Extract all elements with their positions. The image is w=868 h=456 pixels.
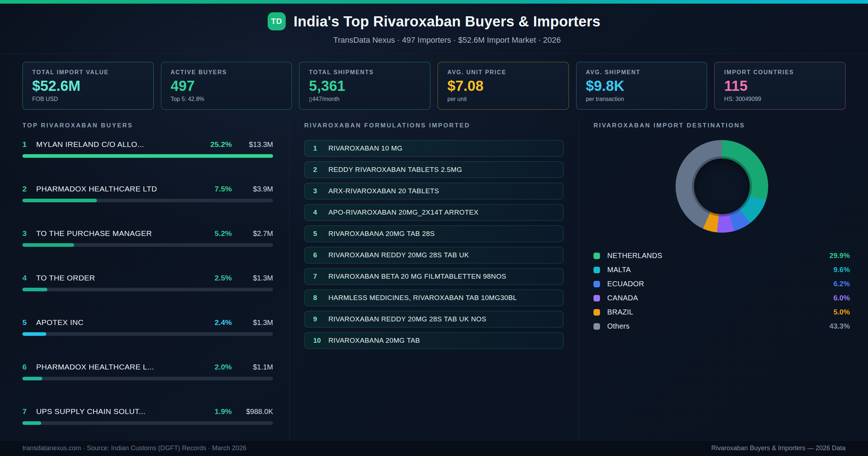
- legend-country-label: NETHERLANDS: [607, 252, 829, 260]
- buyer-name: UPS SUPPLY CHAIN SOLUT...: [36, 407, 209, 416]
- buyer-bar-track: [22, 154, 273, 158]
- buyer-name: PHARMADOX HEALTHCARE LTD: [36, 185, 209, 193]
- legend-country-label: ECUADOR: [607, 280, 833, 288]
- formulation-item[interactable]: 9 RIVAROXABAN REDDY 20MG 28S TAB UK NOS: [304, 311, 563, 328]
- legend-color-swatch: [593, 267, 600, 273]
- stat-sub: FOB USD: [32, 96, 144, 102]
- buyer-bar-track: [22, 421, 273, 425]
- buyer-row: 5 APOTEX INC 2.4% $1.3M: [22, 318, 273, 336]
- legend-color-swatch: [593, 281, 600, 287]
- formulation-item[interactable]: 1 RIVAROXABAN 10 MG: [304, 140, 563, 157]
- formulation-rank: 2: [313, 166, 328, 174]
- formulation-item[interactable]: 4 APO-RIVAROXABAN 20MG_2X14T ARROTEX: [304, 204, 563, 221]
- donut-chart-wrap: [593, 140, 850, 233]
- formulations-panel-title: RIVAROXABAN FORMULATIONS IMPORTED: [304, 122, 563, 129]
- top-accent-bar: [0, 0, 868, 4]
- buyer-rank: 2: [22, 185, 36, 193]
- legend-share-pct: 9.6%: [833, 266, 850, 274]
- stat-value: $52.6M: [32, 79, 144, 93]
- formulations-panel: RIVAROXABAN FORMULATIONS IMPORTED 1 RIVA…: [289, 122, 579, 452]
- legend-color-swatch: [593, 309, 600, 316]
- buyer-bar-fill: [22, 154, 273, 158]
- buyer-row-head: 2 PHARMADOX HEALTHCARE LTD 7.5% $3.9M: [22, 185, 273, 193]
- formulation-item[interactable]: 2 REDDY RIVAROXABAN TABLETS 2.5MG: [304, 161, 563, 178]
- formulation-rank: 5: [313, 230, 328, 238]
- legend-color-swatch: [593, 295, 600, 301]
- stat-card: TOTAL SHIPMENTS 5,361 ▯447/month: [299, 62, 430, 110]
- buyer-row: 6 PHARMADOX HEALTHCARE L... 2.0% $1.1M: [22, 363, 273, 380]
- stat-value: 5,361: [309, 79, 421, 93]
- buyer-bar-fill: [22, 199, 97, 202]
- stat-sub: Top 5: 42.8%: [171, 96, 282, 102]
- destinations-legend: NETHERLANDS 29.9% MALTA 9.6% ECUADOR 6.2…: [593, 249, 850, 333]
- footer-source-text: transdatanexus.com · Source: Indian Cust…: [22, 444, 246, 452]
- footer-report-label: Rivaroxaban Buyers & Importers — 2026 Da…: [711, 444, 846, 452]
- legend-row: ECUADOR 6.2%: [593, 277, 850, 291]
- buyer-bar-track: [22, 243, 273, 247]
- buyer-row-head: 5 APOTEX INC 2.4% $1.3M: [22, 318, 273, 327]
- formulation-name: RIVAROXABAN BETA 20 MG FILMTABLETTEN 98N…: [328, 273, 506, 280]
- legend-share-pct: 29.9%: [829, 252, 850, 260]
- stat-label: IMPORT COUNTRIES: [724, 69, 836, 76]
- formulation-name: HARMLESS MEDICINES, RIVAROXABAN TAB 10MG…: [328, 294, 517, 302]
- stat-sub: ▯447/month: [309, 96, 421, 102]
- stat-sub: HS: 30049099: [724, 96, 836, 102]
- buyer-bar-fill: [22, 332, 46, 336]
- dashboard-page: TD India's Top Rivaroxaban Buyers & Impo…: [0, 0, 868, 456]
- formulation-rank: 9: [313, 315, 328, 323]
- legend-row: Others 43.3%: [593, 319, 850, 333]
- buyer-name: MYLAN IRELAND C/O ALLO...: [36, 140, 205, 149]
- legend-color-swatch: [593, 253, 600, 259]
- formulation-item[interactable]: 5 RIVAROXABANA 20MG TAB 28S: [304, 225, 563, 242]
- buyer-row: 1 MYLAN IRELAND C/O ALLO... 25.2% $13.3M: [22, 140, 273, 158]
- buyer-bar-track: [22, 288, 273, 291]
- buyer-row-head: 1 MYLAN IRELAND C/O ALLO... 25.2% $13.3M: [22, 140, 273, 149]
- buyer-bar-track: [22, 377, 273, 380]
- formulation-rank: 4: [313, 208, 328, 216]
- buyer-name: APOTEX INC: [36, 318, 209, 327]
- buyer-share-pct: 5.2%: [214, 229, 232, 238]
- buyer-row-head: 3 TO THE PURCHASE MANAGER 5.2% $2.7M: [22, 229, 273, 238]
- buyers-panel: TOP RIVAROXABAN BUYERS 1 MYLAN IRELAND C…: [0, 122, 289, 452]
- buyer-bar-fill: [22, 288, 47, 291]
- formulation-item[interactable]: 10 RIVAROXABANA 20MG TAB: [304, 332, 563, 349]
- buyers-list: 1 MYLAN IRELAND C/O ALLO... 25.2% $13.3M…: [22, 140, 273, 425]
- buyer-rank: 5: [22, 318, 36, 327]
- formulation-name: REDDY RIVAROXABAN TABLETS 2.5MG: [328, 166, 462, 174]
- buyer-share-pct: 25.2%: [210, 140, 232, 149]
- formulation-item[interactable]: 6 RIVAROXABAN REDDY 20MG 28S TAB UK: [304, 247, 563, 263]
- content: TOP RIVAROXABAN BUYERS 1 MYLAN IRELAND C…: [0, 110, 868, 440]
- formulation-rank: 1: [313, 144, 328, 152]
- formulation-rank: 6: [313, 251, 328, 259]
- formulation-item[interactable]: 7 RIVAROXABAN BETA 20 MG FILMTABLETTEN 9…: [304, 268, 563, 285]
- stat-label: TOTAL IMPORT VALUE: [32, 69, 144, 76]
- page-subtitle: TransData Nexus · 497 Importers · $52.6M…: [307, 35, 561, 45]
- buyer-share-pct: 2.4%: [214, 318, 232, 327]
- formulations-list: 1 RIVAROXABAN 10 MG 2 REDDY RIVAROXABAN …: [304, 140, 563, 349]
- brand-row: TD India's Top Rivaroxaban Buyers & Impo…: [268, 12, 601, 30]
- formulation-item[interactable]: 3 ARX-RIVAROXABAN 20 TABLETS: [304, 183, 563, 199]
- legend-country-label: MALTA: [607, 266, 833, 274]
- stat-label: ACTIVE BUYERS: [171, 69, 282, 76]
- formulation-name: APO-RIVAROXABAN 20MG_2X14T ARROTEX: [328, 208, 478, 216]
- buyer-share-pct: 1.9%: [214, 407, 232, 416]
- buyer-name: TO THE ORDER: [36, 274, 209, 282]
- stat-sub: per transaction: [586, 96, 698, 102]
- legend-country-label: CANADA: [607, 294, 833, 302]
- stat-card: ACTIVE BUYERS 497 Top 5: 42.8%: [161, 62, 292, 110]
- legend-row: CANADA 6.0%: [593, 291, 850, 305]
- destinations-panel: RIVAROXABAN IMPORT DESTINATIONS NETHERLA…: [579, 122, 868, 452]
- formulation-rank: 10: [313, 337, 328, 345]
- stat-label: TOTAL SHIPMENTS: [309, 69, 421, 76]
- buyer-share-pct: 2.0%: [214, 363, 232, 371]
- footer: transdatanexus.com · Source: Indian Cust…: [0, 440, 868, 456]
- legend-share-pct: 43.3%: [829, 322, 850, 330]
- buyer-import-value: $1.1M: [238, 363, 273, 371]
- buyer-row-head: 7 UPS SUPPLY CHAIN SOLUT... 1.9% $988.0K: [22, 407, 273, 416]
- stat-card: AVG. SHIPMENT $9.8K per transaction: [576, 62, 707, 110]
- stat-card: IMPORT COUNTRIES 115 HS: 30049099: [714, 62, 846, 110]
- formulation-name: RIVAROXABAN REDDY 20MG 28S TAB UK NOS: [328, 315, 486, 323]
- brand-logo: TD: [268, 12, 286, 30]
- formulation-item[interactable]: 8 HARMLESS MEDICINES, RIVAROXABAN TAB 10…: [304, 290, 563, 306]
- destinations-panel-title: RIVAROXABAN IMPORT DESTINATIONS: [593, 122, 850, 129]
